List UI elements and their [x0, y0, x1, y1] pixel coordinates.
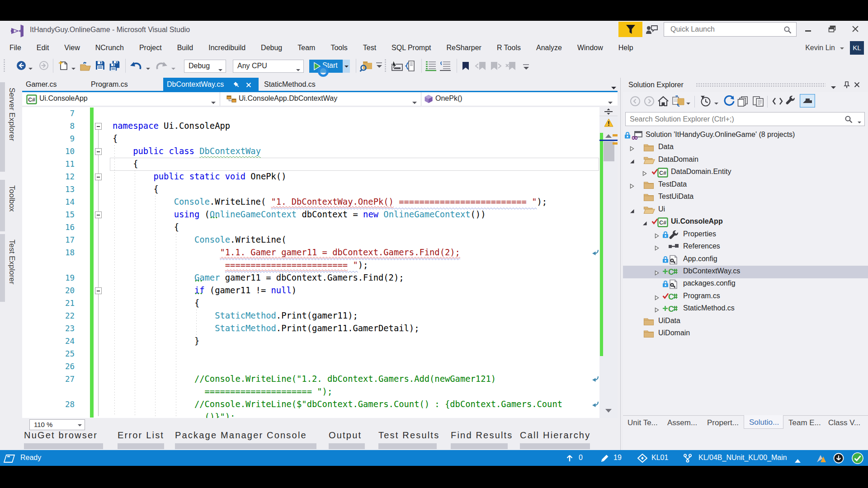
- expand-icon[interactable]: [655, 294, 659, 302]
- panel-tab-call-hierarchy[interactable]: Call Hierarchy: [520, 430, 590, 441]
- save-all-button[interactable]: [109, 60, 121, 73]
- code-cleanup-button[interactable]: [405, 60, 417, 74]
- build-ok-icon[interactable]: [852, 452, 863, 466]
- undo-dropdown-icon[interactable]: [146, 64, 150, 72]
- tab-solutio-[interactable]: Solutio...: [744, 415, 783, 429]
- preview-selected-items-button[interactable]: [800, 94, 815, 109]
- scroll-up-icon[interactable]: [605, 132, 612, 140]
- undo-button[interactable]: [130, 61, 142, 73]
- quick-launch-input[interactable]: Quick Launch: [664, 22, 797, 37]
- restore-button[interactable]: [828, 25, 844, 36]
- panel-tab-nuget-browser[interactable]: NuGet browser: [24, 430, 103, 441]
- platform-combo[interactable]: Any CPU: [233, 60, 304, 73]
- tree-item-dbcontextway-cs[interactable]: CDbContextWay.cs: [623, 266, 868, 278]
- nav-dropdown-icon[interactable]: [412, 98, 417, 106]
- expand-icon[interactable]: [630, 183, 634, 191]
- new-file-dropdown-icon[interactable]: [71, 64, 75, 72]
- window-position-dropdown-icon[interactable]: [831, 83, 836, 91]
- next-bookmark-button[interactable]: [490, 61, 502, 73]
- download-status-icon[interactable]: [833, 453, 844, 465]
- tree-item-app-config[interactable]: App.config: [623, 253, 868, 266]
- menu-sql-prompt[interactable]: SQL Prompt: [392, 41, 431, 55]
- tree-item-testdata[interactable]: TestData: [623, 179, 868, 192]
- filter-icon[interactable]: [618, 22, 642, 37]
- pane-icon[interactable]: [4, 454, 15, 465]
- expand-icon[interactable]: [655, 244, 659, 253]
- previous-bookmark-button[interactable]: [475, 61, 486, 73]
- panel-splitter[interactable]: [620, 78, 621, 450]
- redo-dropdown-icon[interactable]: [171, 64, 175, 72]
- back-button[interactable]: [630, 96, 641, 108]
- search-dropdown-icon[interactable]: [858, 117, 861, 126]
- view-code-button[interactable]: [772, 97, 783, 107]
- code-editor[interactable]: 7891011121314151617181920212223242526272…: [22, 107, 599, 418]
- refresh-button[interactable]: [723, 95, 735, 109]
- start-dropdown-button[interactable]: [343, 60, 350, 73]
- panel-tab-package-manager-console[interactable]: Package Manager Console: [175, 430, 316, 441]
- tree-item-uidomain[interactable]: UiDomain: [623, 328, 868, 340]
- show-all-files-button[interactable]: [737, 96, 749, 108]
- tree-item-references[interactable]: References: [623, 241, 868, 253]
- scroll-down-icon[interactable]: [605, 407, 612, 415]
- fold-collapse-box[interactable]: [95, 148, 102, 155]
- menu-edit[interactable]: Edit: [37, 41, 49, 55]
- menu-tools[interactable]: Tools: [330, 41, 347, 55]
- nav-dropdown-icon[interactable]: [211, 98, 216, 106]
- navigate-forward-button[interactable]: [39, 61, 49, 72]
- menu-help[interactable]: Help: [618, 41, 633, 55]
- redo-button[interactable]: [155, 61, 168, 73]
- commits-ahead-count[interactable]: 0: [579, 454, 583, 462]
- tree-item-uidata[interactable]: UiData: [623, 315, 868, 328]
- search-icon[interactable]: [844, 115, 853, 125]
- fold-collapse-box[interactable]: [95, 287, 102, 294]
- tree-item-ui[interactable]: Ui: [623, 204, 868, 216]
- navigate-backward-button[interactable]: [16, 61, 26, 72]
- tree-item-packages-config[interactable]: packages.config: [623, 278, 868, 291]
- branch-name[interactable]: KL/04B_NUnit_KL/00_Main: [698, 454, 787, 462]
- pending-edits-count[interactable]: 19: [613, 454, 622, 462]
- filter-dropdown-icon[interactable]: [714, 99, 718, 107]
- collapse-icon[interactable]: [642, 220, 647, 228]
- tree-item-datadomain[interactable]: DataDomain: [623, 154, 868, 167]
- close-button[interactable]: [852, 25, 867, 36]
- sync-dropdown-icon[interactable]: [686, 99, 690, 107]
- pin-icon[interactable]: [843, 81, 850, 90]
- menu-debug[interactable]: Debug: [261, 41, 282, 55]
- toggle-bookmark-button[interactable]: [461, 61, 470, 73]
- pending-changes-filter-button[interactable]: [700, 95, 712, 109]
- branch-caret-up-icon[interactable]: [795, 456, 801, 465]
- collapse-icon[interactable]: [630, 158, 635, 166]
- expand-icon[interactable]: [655, 232, 659, 240]
- menu-analyze[interactable]: Analyze: [536, 41, 562, 55]
- feedback-icon[interactable]: [646, 25, 658, 37]
- user-dropdown-icon[interactable]: [840, 44, 844, 52]
- editor-splitter-handle[interactable]: [599, 107, 618, 116]
- expand-icon[interactable]: [642, 170, 647, 178]
- new-file-button[interactable]: [57, 60, 68, 73]
- pending-edits-icon[interactable]: [601, 454, 609, 464]
- sync-with-active-document-button[interactable]: [672, 95, 685, 109]
- close-icon[interactable]: [854, 81, 860, 90]
- open-file-button[interactable]: [80, 61, 91, 73]
- user-avatar[interactable]: KL: [850, 41, 864, 55]
- toolbar-grip[interactable]: [385, 59, 387, 73]
- nav-dropdown-icon[interactable]: [608, 98, 613, 106]
- dock-tab-test-explorer[interactable]: Test Explorer: [0, 234, 22, 302]
- collapse-icon[interactable]: [630, 207, 635, 216]
- solution-explorer-search-input[interactable]: Search Solution Explorer (Ctrl+;): [625, 112, 865, 126]
- tree-item-solution-ithandyguy-onlinegame-8-projects[interactable]: ∞Solution 'ItHandyGuy.OnlineGame' (8 pro…: [623, 129, 868, 142]
- expand-icon[interactable]: [655, 306, 659, 314]
- zoom-level-combo[interactable]: 110 %: [29, 419, 85, 430]
- fold-collapse-box[interactable]: [95, 211, 102, 218]
- warning-icon[interactable]: [604, 118, 613, 129]
- copy-properties-button[interactable]: [752, 96, 764, 108]
- menu-view[interactable]: View: [64, 41, 80, 55]
- fold-collapse-box[interactable]: [95, 123, 102, 130]
- debug-configuration-combo[interactable]: Debug: [184, 60, 226, 73]
- ncrunch-status-icon[interactable]: [816, 453, 827, 465]
- user-name[interactable]: Kevin Lin: [805, 44, 835, 52]
- tab-dbcontextway-cs[interactable]: DbContextWay.cs: [163, 78, 259, 92]
- tree-item-staticmethod-cs[interactable]: CStaticMethod.cs: [623, 303, 868, 315]
- tree-item-properties[interactable]: Properties: [623, 229, 868, 241]
- expand-icon[interactable]: [630, 145, 634, 153]
